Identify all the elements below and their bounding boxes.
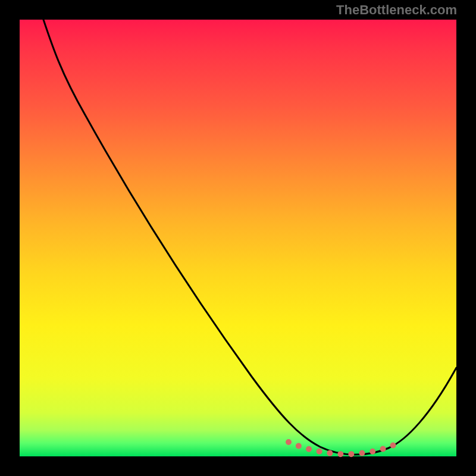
optimal-band-dots: [289, 442, 397, 454]
plot-area: [20, 20, 456, 456]
bottleneck-curve: [43, 20, 456, 455]
watermark-text: TheBottleneck.com: [336, 2, 457, 18]
curve-svg: [20, 20, 456, 456]
chart-container: TheBottleneck.com: [0, 0, 476, 476]
